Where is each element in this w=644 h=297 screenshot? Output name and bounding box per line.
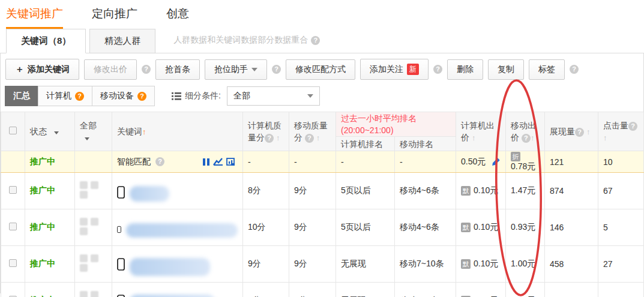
cell-keyword	[112, 209, 243, 246]
cell-impressions: 121	[545, 151, 598, 173]
copy-button[interactable]: 复制	[488, 59, 524, 80]
help-icon[interactable]: ?	[433, 65, 442, 74]
cell-mobile-quality: 9分	[289, 173, 336, 209]
help-icon[interactable]: ?	[265, 134, 274, 143]
header-pc-quality[interactable]: 计算机质量分? ↑	[243, 112, 289, 151]
blurred-keyword	[130, 295, 215, 297]
help-icon[interactable]: ?	[522, 134, 531, 143]
add-watch-button[interactable]: 添加关注 新	[360, 59, 429, 80]
edit-pencil-icon[interactable]	[492, 157, 501, 166]
segment-condition-select[interactable]: 全部	[227, 86, 320, 106]
report-chart-icon[interactable]	[226, 158, 235, 166]
cell-pc-bid: 默0.10元	[456, 283, 506, 297]
segment-list-icon	[172, 92, 181, 100]
header-clicks-label: 点击量	[603, 121, 628, 130]
tab-bar: 关键词（8） 精选人群 人群数据和关键词数据部分数据重合 ?	[0, 29, 644, 53]
help-icon[interactable]: ?	[311, 36, 320, 45]
header-scope-label: 全部	[80, 121, 97, 130]
segment-selected-value: 全部	[233, 91, 250, 101]
help-icon[interactable]: ?	[305, 134, 314, 143]
help-icon[interactable]: ?	[142, 65, 151, 74]
status-badge: 推广中	[25, 151, 75, 173]
sort-asc-icon[interactable]: ↑	[142, 127, 146, 136]
cell-mobile-rank: 移动7~10条	[395, 246, 456, 283]
header-status[interactable]: 状态	[25, 112, 75, 151]
header-mobile-bid[interactable]: 移动出价 ?↑	[506, 112, 545, 151]
header-mobile-quality[interactable]: 移动质量分 ? ↑	[289, 112, 336, 151]
segment-computer[interactable]: 计算机 ?	[38, 86, 92, 106]
segment-condition-label: 细分条件:	[172, 91, 221, 101]
status-badge: 推广中	[25, 209, 75, 246]
grab-first-button[interactable]: 抢首条	[155, 59, 200, 80]
row-checkbox[interactable]	[9, 186, 17, 194]
add-keyword-button[interactable]: ＋ 添加关键词	[5, 59, 79, 80]
cell-keyword: 智能匹配 ?	[112, 151, 243, 173]
help-icon[interactable]: ?	[628, 122, 637, 131]
cell-clicks: 5	[598, 209, 644, 246]
chevron-down-icon	[251, 68, 257, 71]
blurred-keyword	[130, 258, 210, 276]
default-bid-badge: 默	[461, 186, 471, 196]
sort-icon[interactable]: ↑	[531, 133, 535, 142]
nav-creative[interactable]: 创意	[166, 6, 189, 27]
header-scope[interactable]: 全部	[75, 112, 112, 151]
help-icon[interactable]: ?	[155, 157, 164, 166]
nav-targeted-promotion[interactable]: 定向推广	[92, 6, 137, 27]
help-icon[interactable]: ?	[570, 65, 579, 74]
sort-icon[interactable]: ↑	[316, 133, 320, 142]
cell-mobile-quality: -	[289, 151, 336, 173]
cell-keyword	[112, 283, 243, 297]
table-row: 推广中 9分 9分 无展现 移动7~10条 默0.10元	[1, 246, 644, 283]
cell-pc-bid: 0.50元	[456, 151, 506, 173]
blurred-keyword	[130, 186, 169, 202]
help-icon[interactable]: ?	[575, 128, 584, 137]
add-watch-label: 添加关注	[370, 64, 403, 75]
header-clicks[interactable]: 点击量? ↑	[598, 112, 644, 151]
header-keyword[interactable]: 关键词↑	[112, 112, 243, 151]
sort-icon[interactable]: ↑	[586, 127, 591, 136]
header-impressions[interactable]: 展现量? ↑	[545, 112, 598, 151]
cell-mobile-bid: 1.00元	[506, 246, 545, 283]
pause-icon[interactable]	[202, 158, 210, 166]
cell-pc-rank: 无展现	[336, 283, 395, 297]
cell-mobile-rank: 移动4~6条	[395, 283, 456, 297]
row-checkbox[interactable]	[9, 259, 17, 267]
header-mobile-rank[interactable]: 移动排名	[395, 137, 456, 151]
trend-chart-icon[interactable]	[213, 158, 223, 166]
cell-impressions: 69	[545, 283, 598, 297]
mobile-phone-icon	[117, 258, 125, 271]
nav-keyword-promotion[interactable]: 关键词推广	[6, 6, 63, 29]
segment-mobile-label: 移动设备	[100, 91, 134, 101]
segment-mobile[interactable]: 移动设备 ?	[92, 86, 155, 106]
modify-bid-button[interactable]: 修改出价	[84, 59, 137, 80]
pc-bid-value: 0.50元	[461, 157, 486, 167]
header-pc-rank[interactable]: 计算机排名	[336, 137, 395, 151]
help-icon[interactable]: ?	[75, 92, 84, 101]
cell-clicks: 67	[598, 173, 644, 209]
pc-bid-value: 0.10元	[474, 259, 498, 268]
sort-icon[interactable]: ↑	[472, 133, 476, 142]
modify-match-button[interactable]: 修改匹配方式	[286, 59, 355, 80]
help-icon[interactable]: ?	[272, 65, 281, 74]
tag-button[interactable]: 标签	[529, 59, 565, 80]
row-checkbox[interactable]	[9, 223, 17, 230]
header-rank-group: 过去一小时平均排名(20:00~21:00)	[336, 112, 456, 137]
cell-scope	[75, 209, 112, 246]
select-all-checkbox[interactable]	[9, 127, 17, 134]
tab-selected-audience[interactable]: 精选人群	[89, 29, 155, 53]
sort-icon[interactable]: ↑	[276, 133, 280, 142]
segment-summary[interactable]: 汇总	[5, 86, 38, 106]
status-badge: 推广中	[25, 246, 75, 283]
cell-pc-quality: -	[243, 151, 289, 173]
cell-mobile-bid: 折0.78元	[506, 151, 545, 173]
delete-button[interactable]: 删除	[447, 59, 483, 80]
position-assistant-button[interactable]: 抢位助手	[205, 59, 267, 80]
sort-icon[interactable]: ↑	[603, 133, 607, 142]
cell-pc-quality: 8分	[243, 173, 289, 209]
help-icon[interactable]: ?	[137, 92, 146, 101]
header-pc-bid[interactable]: 计算机出价 ↑	[456, 112, 506, 151]
add-keyword-label: 添加关键词	[28, 64, 70, 75]
summary-row: 推广中 智能匹配 ?	[1, 151, 644, 173]
tab-keywords[interactable]: 关键词（8）	[6, 29, 86, 53]
table-row: 推广中 9分 9分 无展现 移动4~6条 默0.10元	[1, 283, 644, 297]
